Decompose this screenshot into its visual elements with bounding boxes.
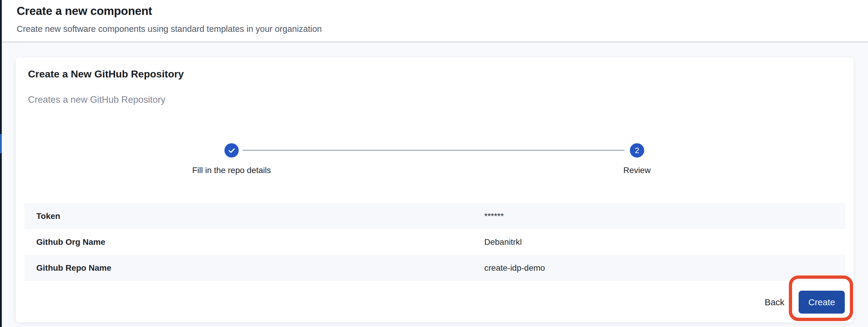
step-1-completed-circle — [224, 143, 239, 157]
row-value-token: ****** — [484, 211, 504, 221]
step-2-active-circle: 2 — [630, 143, 644, 157]
back-button[interactable]: Back — [760, 293, 790, 312]
step-2-number: 2 — [635, 147, 639, 154]
table-row: Github Org Name Debanitrkl — [24, 229, 845, 255]
sidebar-active-item-indicator — [0, 134, 2, 153]
page-header: Create a new component Create new softwa… — [2, 0, 868, 42]
check-icon — [228, 147, 236, 154]
review-table: Token ****** Github Org Name Debanitrkl … — [24, 203, 845, 281]
template-card: Create a New GitHub Repository Creates a… — [16, 58, 854, 322]
card-title: Create a New GitHub Repository — [28, 68, 184, 80]
create-button[interactable]: Create — [799, 291, 845, 314]
page-subtitle: Create new software components using sta… — [17, 24, 322, 34]
stepper: Fill in the repo details 2 Review — [16, 143, 854, 182]
row-value-github-repo-name: create-idp-demo — [484, 263, 545, 273]
step-1-label: Fill in the repo details — [163, 166, 300, 175]
row-label-github-repo-name: Github Repo Name — [24, 263, 484, 273]
row-label-github-org-name: Github Org Name — [24, 237, 484, 247]
stepper-connector — [243, 150, 624, 151]
table-row: Github Repo Name create-idp-demo — [24, 255, 845, 281]
page-title: Create a new component — [17, 4, 152, 18]
step-2-label: Review — [568, 166, 706, 175]
row-value-github-org-name: Debanitrkl — [484, 237, 522, 247]
sidebar-collapsed-edge — [0, 0, 2, 327]
row-label-token: Token — [24, 211, 484, 221]
table-row: Token ****** — [24, 203, 845, 229]
card-subtitle: Creates a new GitHub Repository — [28, 94, 165, 105]
